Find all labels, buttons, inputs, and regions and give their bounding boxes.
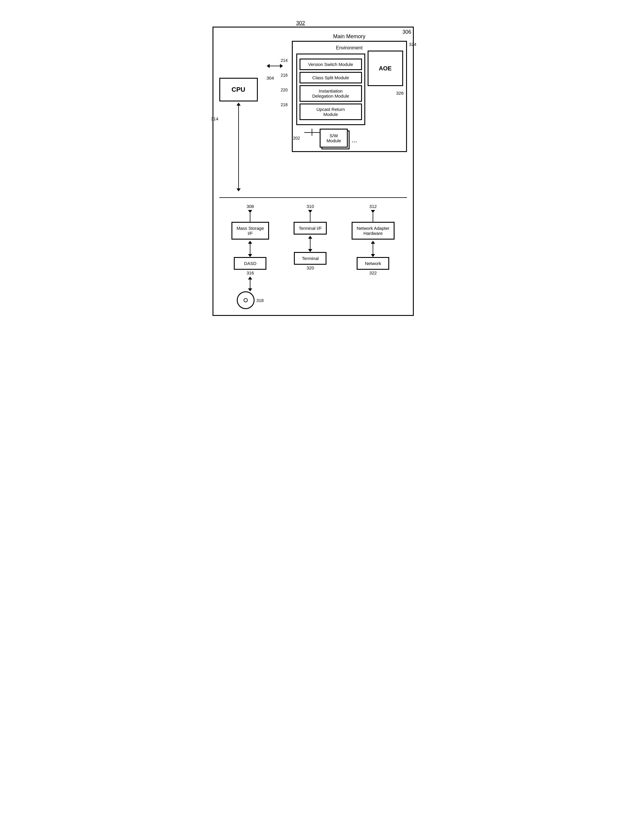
class-split-module: Class Split Module [299, 72, 362, 83]
bottom-section: 308 Mass StorageI/F DASD 3 [219, 204, 407, 309]
sw-module-area: 202 S/WModule ... [296, 129, 365, 148]
divider [219, 197, 407, 198]
sw-dev-box: Environment 324 214 216 220 [292, 41, 407, 152]
instantiation-module: InstantiationDelegation Module [299, 85, 362, 102]
label-326: 326 [396, 91, 404, 95]
sw-dev-label: Environment [296, 45, 402, 51]
version-switch-module: Version Switch Module [299, 59, 362, 70]
label-322: 322 [369, 270, 377, 275]
label-218: 218 [281, 102, 288, 107]
label-314: 314 [211, 116, 218, 121]
page-container: 102 302 306 314 CPU [202, 6, 424, 322]
aoe-box: AOE [368, 51, 403, 86]
sw-dev-line2: Environment [296, 45, 402, 51]
label-302: 302 [296, 20, 305, 27]
sw-module-box: S/WModule [320, 129, 348, 148]
mass-storage-box: Mass StorageI/F [232, 222, 269, 240]
disk-icon [237, 291, 255, 309]
label-316: 316 [247, 270, 254, 275]
dasd-box: DASD [234, 257, 266, 270]
label-308: 308 [247, 204, 254, 209]
label-202: 202 [293, 136, 300, 141]
label-324: 324 [409, 42, 416, 47]
top-section: 314 CPU 304 [219, 33, 407, 191]
col-terminal: 310 Terminal I/F Terminal 320 [294, 204, 327, 270]
upcast-return-module: Upcast ReturnModule [299, 103, 362, 120]
cpu-box: CPU [219, 78, 258, 101]
network-box: Network [357, 257, 389, 270]
modules-inner-box: 214 216 220 218 Version Switch Module Cl… [296, 53, 365, 125]
label-220: 220 [281, 87, 288, 92]
terminal-box: Terminal [294, 252, 327, 265]
label-318: 318 [256, 298, 264, 303]
main-memory-label: Main Memory [292, 33, 407, 40]
main-diagram-box: 302 306 314 CPU 304 [213, 27, 414, 316]
network-adapter-box: Network AdapterHardware [352, 222, 394, 240]
col-mass-storage: 308 Mass StorageI/F DASD 3 [232, 204, 269, 309]
main-memory-section: Main Memory Environment 324 214 [292, 33, 407, 152]
col-network: 312 Network AdapterHardware Network 322 [352, 204, 394, 275]
label-216: 216 [281, 73, 288, 78]
label-304: 304 [266, 75, 274, 80]
label-214: 214 [281, 58, 288, 63]
label-320: 320 [307, 265, 314, 270]
label-312: 312 [369, 204, 377, 209]
dots: ... [352, 136, 357, 144]
label-310: 310 [307, 204, 314, 209]
terminal-if-box: Terminal I/F [294, 222, 327, 234]
